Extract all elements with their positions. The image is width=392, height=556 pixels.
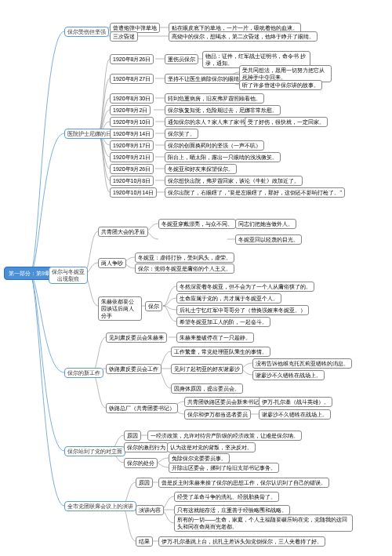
b2-d5a: 通知保尔的亲人？家人来了家书。 (165, 117, 253, 127)
b4-c3a: 共青团铁路区委员会新来书记 (184, 397, 262, 407)
b2-d6: 1920年9月14日 (110, 129, 154, 139)
b2-d7: 1920年9月17日 (110, 140, 154, 151)
b5[interactable]: 保尔站到了党的对立面 (64, 446, 125, 456)
b2-d8: 1920年9月21日 (110, 152, 154, 162)
b2-d7a: 保尔的创面换药时的坚强（一声不吭） (165, 140, 264, 151)
b2-d5b: 受了好伤，很快就，一定回家。 (245, 117, 328, 127)
b3-c3d: 希望冬妮亚加工人的阶，一起奋斗。 (176, 317, 270, 327)
b4-c3b: 保尔和伊万都当选者委员 (184, 409, 251, 420)
b4-c1a: 朱赫来整破停在了一只趁静。 (176, 333, 254, 343)
b5-c2a: 认为这是对党的背叛，坚决反对。 (167, 442, 256, 452)
b2-d5: 1920年9月10日 (110, 117, 154, 127)
b4-c3a1: 伊万-扎尔基（战斗英雄）。 (259, 397, 332, 407)
b6-c3: 结果 (136, 536, 153, 547)
b2-d2b2: 听了许多替迷中保尔讲的故事。 (239, 80, 322, 90)
b4-c3t: 铁路总厂（共青团委书记） (106, 403, 178, 413)
b5-c1: 原因 (124, 431, 141, 441)
b2-d8a: 阳台上，晒太阳，露出一只眼睛的浅浅微笑。 (165, 152, 281, 162)
b3-c2a: 冬妮亚：虚得打扮，受到风头，虚荣。 (135, 253, 234, 263)
b4-c2b2: 谢廖沙不久牺牲在战场上。 (252, 370, 325, 380)
b3-c1a: 冬妮亚穿戴漂亮，与众不同。 (158, 219, 236, 229)
b3-c3c: 后礼士宁忆红军中哥哥分了（替换强娅来冬妮亚。） (176, 305, 309, 315)
b1-c2: 三次昏迷 (110, 31, 138, 42)
b3-c2: 两人争吵 (98, 258, 126, 268)
b6[interactable]: 全市党团联席会议上的演讲 (64, 501, 136, 511)
b4-c2: 铁路肃反委员会工作 (106, 364, 162, 374)
b2-d6a: 保尔笑了。 (165, 129, 198, 139)
b2-d3a: 转到危重病房，旧友弗罗霞照顾看他。 (165, 93, 264, 104)
b5-c1a: 一经济政策，允许对待营产阶级的经济政策，让难是保尔纳。 (147, 431, 302, 441)
b2-d11a: 保尔出院了，右眼瞎了，"要是左眼瞎了，那好，这倒还不影响打枪了。" (165, 187, 345, 198)
b4-c2c: 因身体原因，提出委员会。 (171, 383, 243, 394)
b3-c1: 共青团大会的矛盾 (98, 227, 148, 237)
b3-c3: 朱赫依都要公园谈话后两人分手 (98, 296, 142, 321)
b4-c2b1: 没有告诉他维克托瓦莉亚牺牲的消息。 (252, 358, 352, 369)
b6-c2: 演讲内容 (136, 505, 164, 515)
b2-d1: 1920年8月26日 (110, 54, 154, 64)
b3-c2b: 保尔：觉得冬妮亚是庸俗的个人主义。 (135, 263, 234, 274)
b3-c1b: 同志们把她当做外人。 (235, 219, 296, 229)
b3-c3t: 保尔 (145, 301, 162, 311)
b1[interactable]: 保尔受伤但坚强 (64, 27, 109, 37)
b5-c3b: 开除出区委会，挪到了给旧支部书记事务。 (169, 463, 279, 473)
b2-d9a: 冬妮亚和好友来探望保尔。 (165, 164, 237, 174)
b6-c2a: 经受了革命斗争的洗礼、经脱胎换骨了。 (174, 492, 279, 502)
b2-d1a: 重伤员保尔 (165, 54, 198, 64)
b2-d2a: 坚持不让医生摘除保尔的眼睛 (165, 74, 242, 84)
b6-c1: 原因 (136, 478, 153, 488)
b1-c2a: 高烧中的保尔，想喝水，第二次昏迷，他终于睁开了眼睛。 (169, 31, 318, 42)
b2-d4: 1920年9月2日 (110, 105, 151, 115)
b3[interactable]: 保尔与冬妮亚出现裂痕 (49, 267, 88, 284)
b2-d11: 1920年10月14日 (110, 187, 157, 198)
b3-c1c: 冬妮亚回以轻蔑的目光。 (235, 234, 302, 245)
b6-c2c: 所有的一切——生命，家庭，个人主福随要碾压响在党，党随我的这回头和同在命两而完老… (174, 514, 353, 532)
b2-d10a: 保尔想快出院，弗罗霞回家，谈论《牛虻》政加近了。 (165, 176, 303, 186)
b4-c2b: 见到了起初亚的好友谢廖沙 (171, 364, 243, 374)
b4-c1: 见到肃反委员会朱赫来 (106, 333, 167, 343)
b4-c2a: 工作繁童，常党处理匪队乘生的事情。 (171, 347, 270, 357)
b2-d4a: 保尔恢复知觉，危险期过去，尼娜非常欣慰。 (165, 105, 281, 115)
root[interactable]: 第一部分：第9章 (4, 267, 55, 280)
b4[interactable]: 保尔的新工作 (64, 368, 103, 378)
b2-d10: 1920年10月8日 (110, 176, 154, 186)
b3-c3a: 冬然深爱着冬妮亚，但不会为了一个人从庸俗狭了的。 (176, 282, 314, 292)
b3-c3b: 生命应属于党的，共才属于冬妮亚个人。 (176, 293, 281, 303)
b4-c3b1: 谢廖沙不久牺牲在战场上。 (259, 409, 331, 420)
b5-c3: 保尔的处分 (124, 458, 158, 468)
b6-c1a: 曾是反主时朱赫来操了保尔的思想工作，保尔认识到了自己的错误。 (158, 478, 329, 488)
b2-d3: 1920年8月30日 (110, 93, 154, 104)
b5-c2: 保尔的激烈行为 (124, 442, 169, 452)
b2-d9: 1920年9月26日 (110, 164, 154, 174)
b6-c3a: 伊万-扎尔基跳上台，抗扎主差诉头知党倒保尔，三人夹着持了好。 (158, 536, 325, 547)
b2-d2: 1920年8月27日 (110, 74, 154, 84)
